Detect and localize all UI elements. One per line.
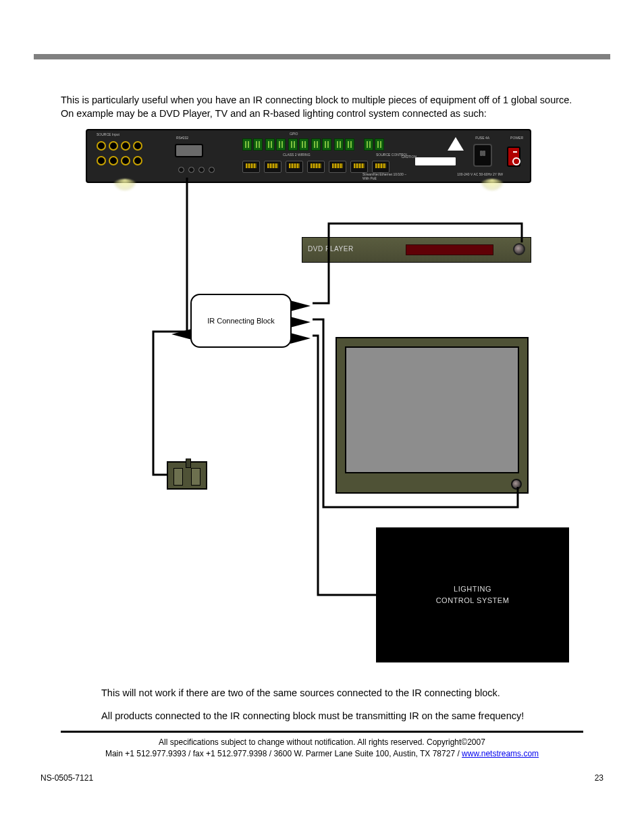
- dvd-tray: [406, 244, 493, 255]
- warning-triangle-icon: [448, 137, 464, 151]
- note-1: This will not work if there are two of t…: [34, 686, 610, 700]
- hub-label-power: POWER: [510, 136, 523, 140]
- footer-link[interactable]: www.netstreams.com: [462, 749, 539, 758]
- dvd-label: DVD PLAYER: [308, 245, 354, 253]
- header-rule: [34, 54, 610, 59]
- dvd-ir-receiver: [513, 243, 525, 255]
- dvd-player: DVD PLAYER: [302, 237, 531, 263]
- rca-inputs: [95, 140, 144, 170]
- doc-id: NS-0505-7121: [41, 773, 93, 783]
- lcs-label-1: LIGHTING: [436, 583, 510, 595]
- hub-label-class2: CLASS 2 WIRING: [283, 153, 311, 157]
- page-number: 23: [595, 773, 603, 783]
- ir-out-ports: [178, 167, 215, 173]
- tv-screen: [345, 346, 519, 473]
- footer-rule: [61, 731, 583, 733]
- lighting-control-system: LIGHTING CONTROL SYSTEM: [376, 527, 569, 662]
- ir-plug-in-icon: [171, 329, 192, 340]
- footer-contact: Main +1 512.977.9393 / fax +1 512.977.93…: [34, 748, 610, 760]
- hub-label-rs232: RS#232: [176, 136, 188, 140]
- power-switch: [507, 147, 520, 167]
- hub-label-gpio: GPIO: [290, 132, 298, 136]
- ir-block-label: IR Connecting Block: [207, 317, 275, 325]
- tv-ir-receiver: [511, 479, 522, 490]
- hub-label-source: SOURCE Input: [97, 132, 119, 136]
- footer-contact-text: Main +1 512.977.9393 / fax +1 512.977.93…: [105, 749, 462, 758]
- ir-plug-1-icon: [290, 301, 311, 311]
- rs232-port: [175, 144, 203, 157]
- lcs-label-2: CONTROL SYSTEM: [436, 595, 510, 606]
- ir-plug-3-icon: [290, 333, 311, 344]
- intro-paragraph: This is particularly useful when you hav…: [34, 93, 610, 121]
- ir-plug-2-icon: [290, 317, 311, 328]
- tv-monitor: [336, 337, 529, 494]
- hub-label-caution: CAUTION: [402, 155, 417, 159]
- hub-label-fuse: FUSE 4A: [475, 136, 489, 140]
- gpio-ports: [242, 138, 384, 151]
- av-hub-rear-panel: SOURCE Input RS#232 GPIO CLASS 2 WIRING …: [86, 129, 531, 183]
- caution-label: [415, 157, 456, 165]
- note-2: All products connected to the IR connect…: [34, 709, 610, 723]
- ethernet-ports: [242, 161, 390, 173]
- power-inlet: [473, 144, 492, 167]
- wiring-diagram: SOURCE Input RS#232 GPIO CLASS 2 WIRING …: [86, 129, 558, 669]
- footer-spec: All specifications subject to change wit…: [34, 737, 610, 748]
- wall-switch: [167, 461, 207, 490]
- hub-label-net: StreamNet Ethernet 10/100 – With PoE: [363, 172, 410, 180]
- ir-connecting-block: IR Connecting Block: [190, 294, 292, 348]
- hub-label-ac: 100-240 V AC 50-60Hz 2Y 9W: [457, 172, 503, 176]
